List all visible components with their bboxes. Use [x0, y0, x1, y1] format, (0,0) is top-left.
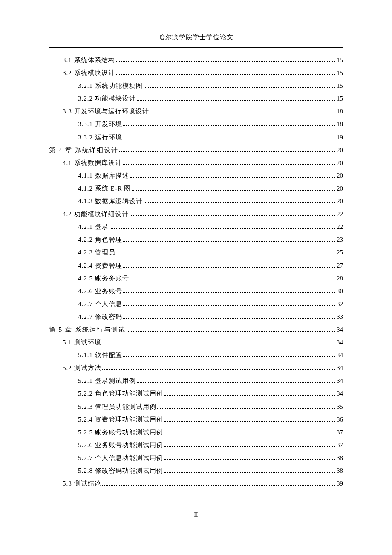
toc-label: 4.2.5 账务务账号 — [78, 275, 129, 282]
toc-leader-dots — [150, 113, 335, 113]
toc-entry: 4.1.3 数据库逻辑设计20 — [49, 198, 343, 205]
toc-leader-dots — [164, 421, 335, 422]
toc-label: 4.2.3 管理员 — [78, 249, 115, 256]
table-of-contents: 3.1 系统体系结构 153.2 系统模块设计153.2.1 系统功能模块图15… — [49, 57, 343, 487]
toc-leader-dots — [164, 446, 335, 447]
toc-label: 3.3 开发环境与运行环境设计 — [63, 108, 149, 115]
toc-leader-dots — [123, 318, 335, 319]
toc-label: 5.2.5 账务账号功能测试用例 — [78, 429, 163, 436]
toc-leader-dots — [123, 267, 335, 268]
toc-page-number: 22 — [337, 224, 343, 230]
toc-entry: 5.2.4 资费管理功能测试用例36 — [49, 416, 343, 423]
toc-leader-dots — [130, 177, 335, 178]
toc-entry: 第 4 章 系统详细设计20 — [49, 147, 343, 153]
toc-leader-dots — [144, 202, 335, 203]
toc-page-number: 34 — [337, 327, 343, 333]
toc-leader-dots — [110, 228, 335, 229]
toc-page-number: 20 — [337, 173, 343, 179]
page-header: 哈尔滨学院学士学位论文 — [49, 33, 343, 46]
toc-leader-dots — [164, 395, 335, 396]
toc-leader-dots — [137, 382, 335, 383]
toc-page-number: 23 — [337, 237, 343, 243]
toc-entry: 5.1.1 软件配置34 — [49, 352, 343, 358]
toc-entry: 5.2.8 修改密码功能测试用例38 — [49, 468, 343, 474]
toc-page-number: 15 — [337, 57, 343, 64]
toc-leader-dots — [102, 485, 335, 486]
toc-page-number: 34 — [337, 339, 343, 346]
toc-page-number: 37 — [337, 442, 343, 448]
toc-label: 5.2.6 业务账号功能测试用例 — [78, 442, 163, 448]
toc-leader-dots — [137, 100, 335, 101]
toc-page-number: 34 — [337, 390, 343, 397]
toc-label: 5.2.1 登录测试用例 — [78, 378, 136, 384]
toc-entry: 5.2.2 角色管理功能测试用例34 — [49, 390, 343, 397]
toc-page-number: 34 — [337, 365, 343, 371]
toc-entry: 3.2.2 功能模块设计15 — [49, 95, 343, 102]
toc-leader-dots — [116, 74, 335, 75]
toc-leader-dots — [123, 356, 335, 357]
toc-entry: 3.1 系统体系结构 15 — [49, 57, 343, 64]
toc-leader-dots — [130, 280, 335, 280]
toc-page-number: 22 — [337, 211, 343, 217]
toc-entry: 3.2 系统模块设计15 — [49, 70, 343, 76]
toc-label: 4.1.2 系统 E-R 图 — [78, 185, 131, 192]
toc-page-number: 15 — [337, 70, 343, 76]
toc-label: 5.2.8 修改密码功能测试用例 — [78, 468, 163, 474]
toc-label: 3.3.1 开发环境 — [78, 121, 122, 127]
toc-entry: 5.2.6 业务账号功能测试用例37 — [49, 442, 343, 448]
toc-page-number: 32 — [337, 301, 343, 307]
toc-entry: 5.2.7 个人信息功能测试用例38 — [49, 455, 343, 461]
toc-entry: 4.2.7 个人信息32 — [49, 301, 343, 307]
toc-label: 3.2 系统模块设计 — [63, 70, 115, 76]
toc-page-number: 15 — [337, 83, 343, 89]
toc-leader-dots — [157, 408, 335, 409]
toc-page-number: 20 — [337, 198, 343, 205]
toc-entry: 4.1.2 系统 E-R 图 20 — [49, 185, 343, 192]
toc-entry: 4.2.5 账务务账号28 — [49, 275, 343, 282]
toc-entry: 5.2.1 登录测试用例34 — [49, 378, 343, 384]
toc-label: 5.2.3 管理员功能测试用例 — [78, 404, 156, 410]
toc-page-number: 15 — [337, 95, 343, 102]
toc-page-number: 25 — [337, 249, 343, 256]
toc-leader-dots — [127, 331, 335, 332]
toc-label: 4.2.4 资费管理 — [78, 263, 122, 269]
toc-entry: 5.1 测试环境 34 — [49, 339, 343, 346]
toc-entry: 5.2.5 账务账号功能测试用例37 — [49, 429, 343, 436]
toc-entry: 4.2.7 修改密码33 — [49, 314, 343, 320]
toc-entry: 3.3.1 开发环境18 — [49, 121, 343, 127]
toc-page-number: 20 — [337, 147, 343, 153]
toc-page-number: 39 — [337, 480, 343, 487]
header-rule — [49, 46, 343, 48]
toc-leader-dots — [123, 164, 335, 165]
toc-page-number: 20 — [337, 185, 343, 192]
toc-label: 5.1 测试环境 — [63, 339, 101, 346]
toc-page-number: 35 — [337, 404, 343, 410]
toc-leader-dots — [123, 305, 335, 306]
toc-label: 4.1.1 数据库描述 — [78, 173, 129, 179]
toc-entry: 4.1.1 数据库描述20 — [49, 173, 343, 179]
toc-page-number: 33 — [337, 314, 343, 320]
toc-page-number: 18 — [337, 108, 343, 115]
toc-label: 4.2.1 登录 — [78, 224, 109, 230]
toc-label: 3.2.1 系统功能模块图 — [78, 83, 143, 89]
toc-leader-dots — [123, 292, 335, 293]
toc-page-number: 37 — [337, 429, 343, 436]
toc-page-number: 18 — [337, 121, 343, 127]
toc-label: 4.1.3 数据库逻辑设计 — [78, 198, 143, 205]
toc-page-number: 38 — [337, 455, 343, 461]
toc-label: 5.3 测试结论 — [63, 480, 101, 487]
toc-label: 3.1 系统体系结构 — [63, 57, 115, 64]
toc-label: 4.1 系统数据库设计 — [63, 160, 122, 166]
toc-entry: 4.2.1 登录22 — [49, 224, 343, 230]
toc-entry: 3.2.1 系统功能模块图15 — [49, 83, 343, 89]
toc-label: 5.2 测试方法 — [63, 365, 101, 371]
toc-entry: 4.2.6 业务账号30 — [49, 288, 343, 295]
toc-label: 5.2.4 资费管理功能测试用例 — [78, 416, 163, 423]
toc-label: 4.2.7 修改密码 — [78, 314, 122, 320]
toc-entry: 5.2 测试方法34 — [49, 365, 343, 371]
toc-label: 5.1.1 软件配置 — [78, 352, 122, 358]
toc-page-number: 19 — [337, 134, 343, 141]
toc-label: 第 4 章 系统详细设计 — [49, 147, 118, 153]
toc-label: 4.2.2 角色管理 — [78, 237, 122, 243]
toc-entry: 4.2.4 资费管理27 — [49, 263, 343, 269]
